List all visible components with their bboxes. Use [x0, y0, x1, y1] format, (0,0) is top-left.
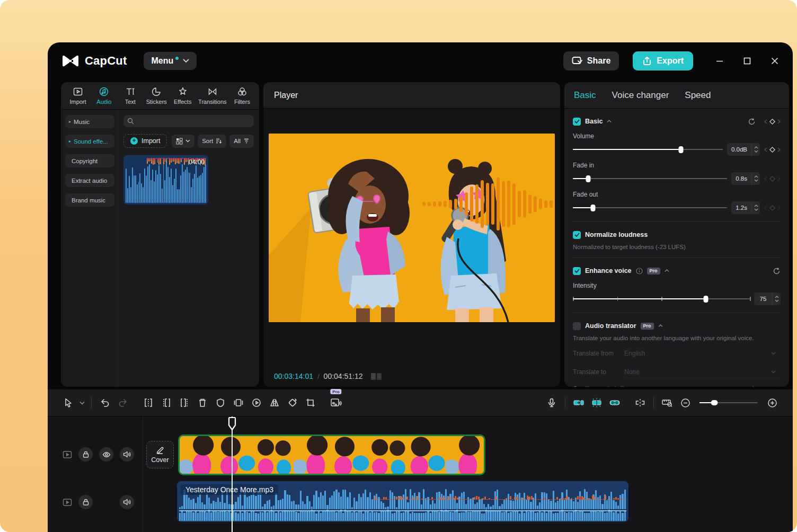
import-label: Import: [141, 137, 160, 145]
stepper-icon[interactable]: [751, 172, 760, 185]
record-voiceover-button[interactable]: [543, 394, 561, 412]
intensity-value-box[interactable]: 75: [754, 292, 781, 305]
normalize-loudness-checkbox[interactable]: [573, 231, 581, 239]
zoom-in-button[interactable]: [763, 394, 781, 412]
enhance-voice-checkbox[interactable]: [573, 267, 581, 275]
tab-audio[interactable]: Audio: [93, 86, 114, 105]
sidebar-item-copyright[interactable]: Copyright: [65, 154, 114, 167]
reverse-button[interactable]: [247, 394, 265, 412]
adapt-timeline-button[interactable]: [658, 394, 676, 412]
redo-button[interactable]: [114, 394, 132, 412]
chevron-down-icon: [183, 59, 189, 63]
translate-to-select[interactable]: None: [619, 366, 781, 378]
tab-text[interactable]: Text: [120, 86, 141, 105]
lock-track-button[interactable]: [78, 447, 93, 462]
audio-asset-card[interactable]: 04:00: [123, 155, 208, 205]
basic-checkbox[interactable]: [573, 118, 581, 126]
select-tool-button[interactable]: [59, 394, 77, 412]
delete-left-button[interactable]: [157, 394, 175, 412]
mute-track-button[interactable]: [120, 495, 134, 509]
collapse-icon[interactable]: [665, 269, 669, 272]
fade-out-slider[interactable]: [573, 204, 727, 211]
translate-from-select[interactable]: English: [619, 347, 781, 360]
keyframe-control[interactable]: [764, 118, 781, 125]
search-input[interactable]: [137, 118, 250, 125]
menu-button[interactable]: Menu: [144, 52, 197, 70]
preview-axis-button[interactable]: [631, 394, 649, 412]
layout-columns-icon[interactable]: [370, 373, 382, 380]
tab-effects[interactable]: Effects: [172, 86, 193, 105]
stepper-icon[interactable]: [751, 143, 760, 156]
linkage-button[interactable]: [606, 394, 624, 412]
crop-button[interactable]: [302, 394, 320, 412]
tab-transitions[interactable]: Transitions: [198, 86, 226, 105]
tab-voice-changer[interactable]: Voice changer: [612, 90, 669, 101]
split-button[interactable]: [139, 394, 157, 412]
info-icon[interactable]: [636, 268, 643, 274]
volume-keyframe-control[interactable]: [764, 146, 781, 153]
sidebar-item-extract-audio[interactable]: Extract audio: [65, 174, 114, 187]
view-mode-button[interactable]: [172, 135, 194, 148]
main-track-magnet-button[interactable]: [570, 394, 588, 412]
sidebar-item-brand-music[interactable]: Brand music: [65, 193, 114, 207]
sidebar-item-sound-effects[interactable]: ▸Sound effe...: [65, 135, 114, 148]
rotate-button[interactable]: [284, 394, 302, 412]
tab-import[interactable]: Import: [67, 86, 88, 105]
maximize-button[interactable]: [743, 57, 751, 65]
freeze-frame-button[interactable]: [229, 394, 247, 412]
mirror-button[interactable]: [265, 394, 284, 412]
stepper-icon[interactable]: [751, 201, 760, 214]
keyframe-diamond-icon[interactable]: [769, 118, 776, 125]
import-media-button[interactable]: + Import: [123, 134, 167, 148]
reset-icon[interactable]: [748, 118, 756, 126]
collapse-icon[interactable]: [658, 324, 663, 327]
tab-stickers[interactable]: Stickers: [146, 86, 167, 105]
audio-translator-checkbox[interactable]: [573, 322, 581, 330]
video-preview[interactable]: [269, 134, 555, 322]
tab-basic[interactable]: Basic: [574, 90, 596, 101]
volume-value-box[interactable]: 0.0dB: [727, 143, 760, 156]
fade-in-keyframe-control[interactable]: [764, 175, 781, 182]
close-button[interactable]: [771, 57, 779, 65]
mute-track-button[interactable]: [120, 447, 134, 462]
zoom-out-button[interactable]: [676, 394, 694, 412]
mute-clip-button[interactable]: [211, 394, 229, 412]
video-clip[interactable]: [178, 435, 485, 475]
undo-button[interactable]: [96, 394, 114, 412]
stepper-icon[interactable]: [772, 292, 781, 305]
collapse-icon[interactable]: [607, 120, 612, 123]
share-button[interactable]: Share: [563, 51, 619, 70]
minimize-button[interactable]: [715, 57, 724, 65]
keyframe-diamond-icon[interactable]: [769, 146, 776, 153]
cover-button[interactable]: Cover: [146, 441, 174, 468]
media-panel: Import Audio Text Stickers Effects: [61, 82, 259, 387]
fade-out-value-box[interactable]: 1.2s: [731, 201, 760, 214]
fade-in-slider[interactable]: [573, 175, 727, 182]
tab-speed[interactable]: Speed: [685, 90, 711, 101]
export-button[interactable]: Export: [633, 51, 693, 70]
reset-icon[interactable]: [773, 267, 781, 275]
delete-right-button[interactable]: [175, 394, 193, 412]
filter-button[interactable]: All: [229, 135, 254, 148]
chevron-right-icon[interactable]: [777, 386, 781, 387]
playhead-handle[interactable]: [227, 417, 237, 433]
sidebar-item-music[interactable]: ▸Music: [65, 115, 114, 128]
auto-snapping-button[interactable]: [588, 394, 606, 412]
asset-duration: 04:00: [189, 158, 205, 166]
volume-slider[interactable]: [573, 146, 723, 153]
hide-track-button[interactable]: [99, 447, 113, 462]
smart-audio-pro-button[interactable]: Pro: [327, 394, 345, 412]
filmstrip-frame: [180, 436, 218, 474]
delete-button[interactable]: [193, 394, 211, 412]
select-tool-chevron[interactable]: [77, 394, 87, 412]
sort-button[interactable]: Sort: [198, 135, 226, 148]
fade-in-value-box[interactable]: 0.8s: [731, 172, 760, 185]
search-box[interactable]: [123, 115, 254, 127]
intensity-slider[interactable]: [573, 295, 750, 303]
tab-filters[interactable]: Filters: [232, 86, 253, 105]
timeline-zoom-slider[interactable]: [699, 399, 758, 406]
lock-track-button[interactable]: [78, 495, 93, 509]
playhead[interactable]: [232, 416, 233, 532]
audio-clip[interactable]: Yesterday Once More.mp3: [177, 481, 628, 522]
fade-out-keyframe-control[interactable]: [764, 205, 781, 211]
